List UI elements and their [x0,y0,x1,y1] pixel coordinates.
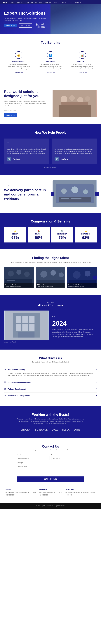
benefit-desc-1: Lorem ipsum dolor sit amet, consectetur … [38,63,63,70]
svg-point-16 [8,270,14,276]
email-label: Email [17,454,50,456]
office-city-1: Melbourne [39,488,62,490]
logo[interactable]: logo [3,1,7,3]
about-content: Images from Freepik ‹ › 2024 Lorem ipsum… [4,310,97,343]
testimonials-container: " Lorem ipsum dolor sit amet, consectetu… [4,138,97,164]
nav-page3[interactable]: PAGE 3 [61,1,66,3]
top-benefits-section: Top Benefits 💰 COST SAVINGS Lorem ipsum … [0,34,101,83]
nav-about[interactable]: ABOUT US [25,1,33,3]
name-label: Name [51,454,84,456]
avatar-0: PS [7,156,11,161]
faq-question-0[interactable]: 01. Recruitment Staffing ∨ [4,368,97,371]
brand-ev3a: EV3A [52,429,58,431]
learn-more-0[interactable]: LEARN MORE [14,72,23,73]
experience-icon: 👥 [47,51,54,59]
real-world-image-credit: Images from Freepik [4,109,48,112]
comp-stat-1: 📚 Trainings 90% [28,227,50,242]
author-name-1: Sam Perry [61,158,68,160]
about-next-btn[interactable]: › [54,315,55,318]
learn-more-1[interactable]: LEARN MORE [46,72,55,73]
faq-item-1: 02. Compensation Management ∨ [4,379,97,386]
svg-rect-5 [59,105,91,117]
message-input[interactable] [17,464,84,475]
benefit-title-1: EXPERIENCE [38,60,63,62]
office-city-0: Sydney [5,488,36,490]
about-text: ‹ › 2024 Lorem ipsum dolor sit amet, con… [52,315,97,338]
compensation-section: Compensation & Benefits ⭐ Benefits 67% 📚… [0,213,101,249]
svg-point-24 [59,272,64,277]
hero-secondary-button[interactable]: READ MORE [19,24,32,28]
faq-question-2[interactable]: 03. Training Development ∨ [4,388,97,390]
quote-mark-1: " [55,141,94,146]
compensation-title: Compensation & Benefits [4,220,97,223]
real-world-title: Real-world solutions designed just for y… [4,90,48,98]
faq-toggle-3: ∨ [95,394,97,397]
faq-num-1: 02. [4,381,6,383]
author-name-0: Paul Smith [13,158,20,160]
brand-tesla: TESLA [62,429,70,431]
phone-icon: 📞 [33,25,35,26]
comp-pct-0: 67% [5,236,25,240]
avatar-1: SP [55,156,59,161]
about-prev-btn[interactable]: ‹ [52,315,53,318]
how-help-section: How We Help People " Lorem ipsum dolor s… [0,124,101,175]
talent-next-button[interactable]: › [93,276,97,280]
quote-mark-0: " [7,141,46,146]
faq-num-3: 04. [4,395,6,397]
webinar-next-button[interactable]: › [95,192,99,196]
comp-pct-3: 62% [76,236,96,240]
svg-rect-38 [18,332,34,338]
webinar-image-wrapper: ‹ › [53,180,97,208]
read-more-button[interactable]: READ MORE [4,24,17,28]
comp-stats-container: ⭐ Benefits 67% 📚 Trainings 90% 🔍 Recruit… [4,227,97,242]
mentorship-icon: 🤝 [76,230,96,232]
cost-savings-icon: 💰 [15,51,22,59]
nav-contact[interactable]: CONTACT [44,1,51,3]
nav-team[interactable]: OUR TEAM [35,1,42,3]
faq-answer-0: Answer: Lorem ipsum dolor sit amet, cons… [4,372,97,377]
faq-question-1[interactable]: 02. Compensation Management ∨ [4,381,97,384]
flexibility-icon: 📊 [79,51,86,59]
name-input[interactable] [51,456,84,460]
message-field: Message [17,462,84,475]
nav-page5[interactable]: PAGE 5 [75,1,81,3]
faq-list: 01. Recruitment Staffing ∨ Answer: Lorem… [4,366,97,399]
learn-more-2[interactable]: LEARN MORE [78,72,87,73]
finding-talent-section: Finding the Right Talent Lorem ipsum dol… [0,249,101,295]
send-message-button[interactable]: SEND MESSAGE [17,476,84,482]
svg-point-22 [40,271,47,278]
faq-title-0: Recruitment Staffing [8,368,95,370]
about-image-credit: Images from Freepik [4,341,49,343]
office-phone-0: +61 0000 000 [5,494,36,496]
svg-point-28 [85,270,91,276]
comp-label-3: Mentorship [76,233,96,235]
offices-container: Sydney 45 Primary Biz Approach Melbourne… [4,486,97,496]
nav-landing[interactable]: LANDING [16,1,23,3]
faq-question-3[interactable]: 04. Performance Management ∨ [4,394,97,397]
footer: © 2024 Expert HR Solutions. All rights r… [0,503,101,508]
svg-rect-34 [29,316,34,323]
talent-card-0: Executive Search Lorem ipsum dolor sit a… [4,267,34,288]
benefit-desc-2: Lorem ipsum dolor sit amet, consectetur … [70,63,95,70]
working-bests-desc: Paragraph. Lorem ipsum dolor sit amet, c… [17,418,84,424]
nav-page4[interactable]: PAGE 4 [68,1,73,3]
svg-point-17 [16,270,21,274]
svg-point-11 [83,190,88,194]
talent-card-label-0: Executive Search Lorem ipsum dolor sit a… [4,283,34,288]
hero-content: Expert HR Solutions Sample large text. L… [4,10,47,28]
comp-stat-0: ⭐ Benefits 67% [4,227,26,242]
contact-section: Contact Us Any questions or remarks? Jus… [0,438,101,503]
what-drives-title: What drives us [4,356,97,360]
real-world-read-more[interactable]: READ MORE [4,114,17,117]
svg-rect-37 [29,324,34,331]
footer-copyright: © 2024 Expert HR Solutions. All rights r… [36,505,65,506]
brand-binance: ◈ BINANCE [34,428,48,431]
webinar-prev-button[interactable]: ‹ [51,192,54,196]
about-label: HISTORY [4,302,97,303]
nav-home[interactable]: HOME [10,1,14,3]
contact-title: Contact Us [4,444,97,448]
nav-page2[interactable]: PAGE 2 [54,1,59,3]
comp-label-1: Trainings [29,233,48,235]
email-input[interactable] [17,456,50,460]
svg-point-4 [85,96,90,101]
